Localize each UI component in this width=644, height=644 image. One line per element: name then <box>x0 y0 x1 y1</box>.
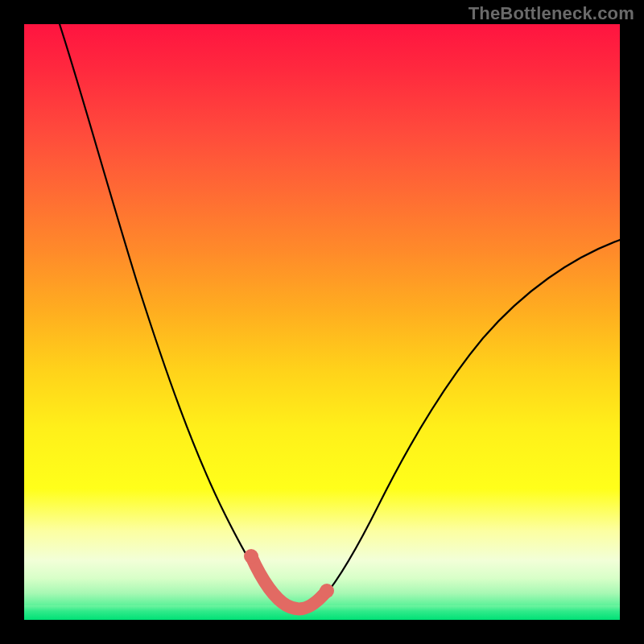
watermark-text: TheBottleneck.com <box>469 3 634 24</box>
plot-frame <box>24 24 620 620</box>
optimal-range-dot-right <box>320 584 334 598</box>
optimal-range-arc <box>251 556 327 609</box>
bottleneck-curve <box>60 24 620 613</box>
optimal-range-dot-left <box>244 549 258 564</box>
plot-curves <box>24 24 620 620</box>
